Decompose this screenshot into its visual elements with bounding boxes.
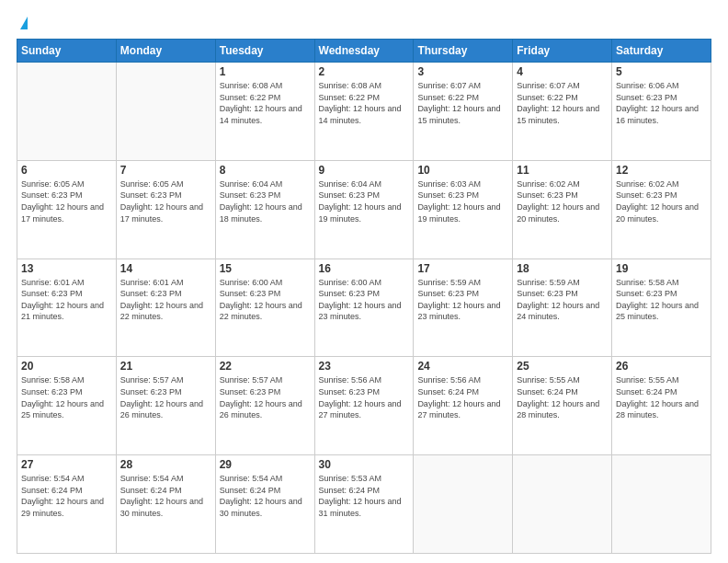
calendar-cell: 20Sunrise: 5:58 AM Sunset: 6:23 PM Dayli…	[17, 357, 117, 455]
day-number: 2	[319, 65, 410, 78]
day-number: 24	[417, 360, 508, 373]
calendar-cell: 8Sunrise: 6:04 AM Sunset: 6:23 PM Daylig…	[215, 160, 314, 259]
calendar-header-row: SundayMondayTuesdayWednesdayThursdayFrid…	[17, 40, 711, 63]
calendar-cell: 6Sunrise: 6:05 AM Sunset: 6:23 PM Daylig…	[17, 160, 117, 259]
day-number: 27	[21, 458, 112, 471]
day-number: 20	[21, 360, 112, 373]
logo	[17, 17, 28, 29]
day-info: Sunrise: 5:54 AM Sunset: 6:24 PM Dayligh…	[21, 473, 112, 519]
day-info: Sunrise: 5:56 AM Sunset: 6:24 PM Dayligh…	[417, 374, 508, 420]
day-info: Sunrise: 6:00 AM Sunset: 6:23 PM Dayligh…	[220, 277, 311, 323]
calendar-header-saturday: Saturday	[612, 40, 711, 63]
day-number: 17	[417, 262, 508, 275]
calendar-cell: 15Sunrise: 6:00 AM Sunset: 6:23 PM Dayli…	[215, 259, 314, 357]
day-info: Sunrise: 6:05 AM Sunset: 6:23 PM Dayligh…	[120, 178, 211, 224]
day-info: Sunrise: 6:04 AM Sunset: 6:23 PM Dayligh…	[220, 178, 311, 224]
calendar-cell: 18Sunrise: 5:59 AM Sunset: 6:23 PM Dayli…	[513, 259, 612, 357]
calendar-cell: 25Sunrise: 5:55 AM Sunset: 6:24 PM Dayli…	[513, 357, 612, 455]
calendar-cell: 16Sunrise: 6:00 AM Sunset: 6:23 PM Dayli…	[314, 259, 414, 357]
day-info: Sunrise: 6:00 AM Sunset: 6:23 PM Dayligh…	[319, 277, 410, 323]
day-info: Sunrise: 6:07 AM Sunset: 6:22 PM Dayligh…	[517, 80, 608, 126]
day-info: Sunrise: 5:55 AM Sunset: 6:24 PM Dayligh…	[616, 374, 707, 420]
calendar-cell: 23Sunrise: 5:56 AM Sunset: 6:23 PM Dayli…	[314, 357, 414, 455]
calendar-cell: 19Sunrise: 5:58 AM Sunset: 6:23 PM Dayli…	[612, 259, 711, 357]
day-info: Sunrise: 6:04 AM Sunset: 6:23 PM Dayligh…	[319, 178, 410, 224]
day-number: 15	[220, 262, 311, 275]
calendar-cell: 4Sunrise: 6:07 AM Sunset: 6:22 PM Daylig…	[513, 63, 612, 161]
day-info: Sunrise: 6:08 AM Sunset: 6:22 PM Dayligh…	[319, 80, 410, 126]
day-number: 26	[616, 360, 707, 373]
day-info: Sunrise: 6:02 AM Sunset: 6:23 PM Dayligh…	[616, 178, 707, 224]
calendar-cell: 21Sunrise: 5:57 AM Sunset: 6:23 PM Dayli…	[116, 357, 215, 455]
calendar-cell: 14Sunrise: 6:01 AM Sunset: 6:23 PM Dayli…	[116, 259, 215, 357]
calendar-week-row: 6Sunrise: 6:05 AM Sunset: 6:23 PM Daylig…	[17, 160, 711, 259]
calendar-cell: 2Sunrise: 6:08 AM Sunset: 6:22 PM Daylig…	[314, 63, 414, 161]
calendar-cell: 12Sunrise: 6:02 AM Sunset: 6:23 PM Dayli…	[612, 160, 711, 259]
calendar-cell: 5Sunrise: 6:06 AM Sunset: 6:23 PM Daylig…	[612, 63, 711, 161]
calendar-cell: 22Sunrise: 5:57 AM Sunset: 6:23 PM Dayli…	[215, 357, 314, 455]
calendar-header-wednesday: Wednesday	[314, 40, 414, 63]
day-info: Sunrise: 6:01 AM Sunset: 6:23 PM Dayligh…	[21, 277, 112, 323]
header	[17, 17, 711, 29]
day-info: Sunrise: 6:01 AM Sunset: 6:23 PM Dayligh…	[120, 277, 211, 323]
calendar: SundayMondayTuesdayWednesdayThursdayFrid…	[17, 39, 711, 554]
day-number: 29	[220, 458, 311, 471]
calendar-cell: 17Sunrise: 5:59 AM Sunset: 6:23 PM Dayli…	[414, 259, 513, 357]
day-number: 10	[417, 164, 508, 177]
page: SundayMondayTuesdayWednesdayThursdayFrid…	[0, 0, 728, 563]
calendar-cell: 7Sunrise: 6:05 AM Sunset: 6:23 PM Daylig…	[116, 160, 215, 259]
logo-triangle-icon	[20, 17, 28, 29]
day-number: 13	[21, 262, 112, 275]
day-number: 25	[517, 360, 608, 373]
day-info: Sunrise: 5:58 AM Sunset: 6:23 PM Dayligh…	[616, 277, 707, 323]
calendar-cell: 30Sunrise: 5:53 AM Sunset: 6:24 PM Dayli…	[314, 455, 414, 554]
day-info: Sunrise: 5:53 AM Sunset: 6:24 PM Dayligh…	[319, 473, 410, 519]
day-info: Sunrise: 6:06 AM Sunset: 6:23 PM Dayligh…	[616, 80, 707, 126]
calendar-header-tuesday: Tuesday	[215, 40, 314, 63]
day-info: Sunrise: 6:07 AM Sunset: 6:22 PM Dayligh…	[417, 80, 508, 126]
day-number: 21	[120, 360, 211, 373]
calendar-cell: 29Sunrise: 5:54 AM Sunset: 6:24 PM Dayli…	[215, 455, 314, 554]
calendar-cell	[116, 63, 215, 161]
calendar-cell	[17, 63, 117, 161]
day-number: 30	[319, 458, 410, 471]
day-info: Sunrise: 6:08 AM Sunset: 6:22 PM Dayligh…	[220, 80, 311, 126]
calendar-header-sunday: Sunday	[17, 40, 117, 63]
day-number: 9	[319, 164, 410, 177]
day-number: 8	[220, 164, 311, 177]
day-number: 23	[319, 360, 410, 373]
day-info: Sunrise: 5:57 AM Sunset: 6:23 PM Dayligh…	[120, 374, 211, 420]
day-number: 18	[517, 262, 608, 275]
calendar-cell	[414, 455, 513, 554]
day-number: 11	[517, 164, 608, 177]
calendar-header-monday: Monday	[116, 40, 215, 63]
calendar-cell: 27Sunrise: 5:54 AM Sunset: 6:24 PM Dayli…	[17, 455, 117, 554]
day-number: 28	[120, 458, 211, 471]
calendar-cell: 1Sunrise: 6:08 AM Sunset: 6:22 PM Daylig…	[215, 63, 314, 161]
calendar-cell: 10Sunrise: 6:03 AM Sunset: 6:23 PM Dayli…	[414, 160, 513, 259]
calendar-cell: 28Sunrise: 5:54 AM Sunset: 6:24 PM Dayli…	[116, 455, 215, 554]
day-info: Sunrise: 5:57 AM Sunset: 6:23 PM Dayligh…	[220, 374, 311, 420]
calendar-cell	[612, 455, 711, 554]
day-number: 14	[120, 262, 211, 275]
day-info: Sunrise: 6:02 AM Sunset: 6:23 PM Dayligh…	[517, 178, 608, 224]
calendar-week-row: 20Sunrise: 5:58 AM Sunset: 6:23 PM Dayli…	[17, 357, 711, 455]
day-info: Sunrise: 5:55 AM Sunset: 6:24 PM Dayligh…	[517, 374, 608, 420]
day-number: 22	[220, 360, 311, 373]
day-number: 1	[220, 65, 311, 78]
day-number: 19	[616, 262, 707, 275]
day-info: Sunrise: 5:58 AM Sunset: 6:23 PM Dayligh…	[21, 374, 112, 420]
day-number: 5	[616, 65, 707, 78]
day-info: Sunrise: 5:54 AM Sunset: 6:24 PM Dayligh…	[220, 473, 311, 519]
calendar-week-row: 13Sunrise: 6:01 AM Sunset: 6:23 PM Dayli…	[17, 259, 711, 357]
calendar-header-friday: Friday	[513, 40, 612, 63]
calendar-cell: 9Sunrise: 6:04 AM Sunset: 6:23 PM Daylig…	[314, 160, 414, 259]
day-info: Sunrise: 5:59 AM Sunset: 6:23 PM Dayligh…	[417, 277, 508, 323]
calendar-cell: 13Sunrise: 6:01 AM Sunset: 6:23 PM Dayli…	[17, 259, 117, 357]
day-number: 7	[120, 164, 211, 177]
calendar-week-row: 27Sunrise: 5:54 AM Sunset: 6:24 PM Dayli…	[17, 455, 711, 554]
day-number: 6	[21, 164, 112, 177]
calendar-cell	[513, 455, 612, 554]
calendar-cell: 24Sunrise: 5:56 AM Sunset: 6:24 PM Dayli…	[414, 357, 513, 455]
day-info: Sunrise: 6:05 AM Sunset: 6:23 PM Dayligh…	[21, 178, 112, 224]
